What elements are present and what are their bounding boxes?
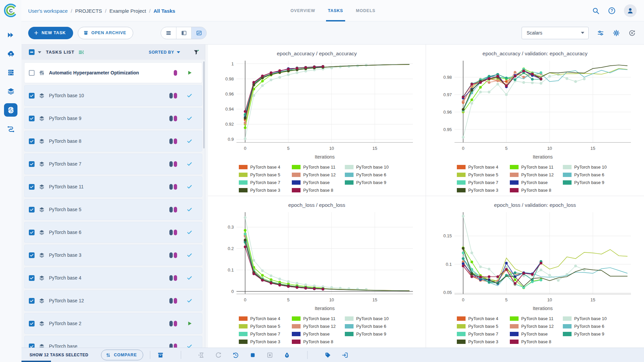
chart-plot-area[interactable]: 0.950.960.970.98051015Iterations <box>434 57 636 163</box>
legend-item[interactable]: PyTorch base 10 <box>563 163 616 171</box>
sidebar-item-datasets[interactable] <box>4 84 17 98</box>
legend-item[interactable]: PyTorch base 12 <box>510 171 563 178</box>
task-row[interactable]: PyTorch base 7 <box>24 154 202 174</box>
retry-action-button[interactable] <box>215 352 222 359</box>
task-row[interactable]: PyTorch base 5 <box>24 199 202 220</box>
metric-type-select[interactable]: Scalars <box>522 27 589 39</box>
legend-item[interactable]: PyTorch base 11 <box>510 163 563 171</box>
legend-item[interactable]: PyTorch base 3 <box>239 338 292 345</box>
legend-item[interactable]: PyTorch base 11 <box>510 315 563 322</box>
legend-item[interactable]: PyTorch base 3 <box>457 338 510 345</box>
chart-plot-area[interactable]: 0.90.920.940.960.981051015Iterations <box>216 57 418 163</box>
legend-item[interactable]: PyTorch base <box>292 330 345 338</box>
legend-item[interactable]: PyTorch base 11 <box>292 163 345 171</box>
chart-view-button[interactable] <box>191 27 206 39</box>
task-checkbox[interactable] <box>29 344 35 348</box>
task-row[interactable]: PyTorch base 12 <box>24 290 202 311</box>
legend-item[interactable]: PyTorch base 10 <box>345 315 398 322</box>
archive-action-button[interactable] <box>157 352 164 359</box>
legend-item[interactable]: PyTorch base 7 <box>239 179 292 186</box>
sorted-by-button[interactable]: SORTED BY <box>149 50 180 55</box>
task-checkbox[interactable] <box>29 275 35 281</box>
sidebar-item-getting-started[interactable] <box>4 28 17 42</box>
search-icon[interactable] <box>592 7 600 15</box>
legend-item[interactable]: PyTorch base 8 <box>292 186 345 194</box>
sidebar-item-applications[interactable] <box>4 47 17 60</box>
task-row[interactable]: PyTorch base 9 <box>24 108 202 129</box>
table-view-button[interactable] <box>161 27 176 39</box>
legend-item[interactable]: PyTorch base 4 <box>457 163 510 171</box>
legend-item[interactable]: PyTorch base 8 <box>510 338 563 345</box>
chart-plot-area[interactable]: 0.050.10.15051015Iterations <box>434 208 636 315</box>
task-row[interactable]: PyTorch base 4 <box>24 267 202 288</box>
breadcrumb-item[interactable]: All Tasks <box>154 8 175 14</box>
auto-refresh-icon[interactable] <box>628 29 636 37</box>
reset-action-button[interactable] <box>232 352 239 359</box>
chart-plot-area[interactable]: 00.10.20.3051015Iterations <box>216 208 418 315</box>
legend-item[interactable]: PyTorch base 4 <box>457 315 510 322</box>
legend-item[interactable]: PyTorch base <box>510 179 563 186</box>
task-row[interactable]: PyTorch base 6 <box>24 222 202 243</box>
publish-action-button[interactable] <box>283 352 290 359</box>
sidebar-item-projects[interactable] <box>4 103 17 117</box>
open-archive-button[interactable]: OPEN ARCHIVE <box>78 27 133 39</box>
chart-canvas[interactable]: 0.950.960.970.98051015Iterations <box>434 57 636 162</box>
legend-item[interactable]: PyTorch base 4 <box>239 315 292 322</box>
legend-item[interactable]: PyTorch base 10 <box>345 163 398 171</box>
split-view-button[interactable] <box>176 27 191 39</box>
task-checkbox[interactable] <box>29 321 35 326</box>
abort-all-children-action-button[interactable] <box>266 352 273 359</box>
tab-overview[interactable]: OVERVIEW <box>286 0 319 21</box>
tab-tasks[interactable]: TASKS <box>324 0 347 21</box>
legend-item[interactable]: PyTorch base <box>510 330 563 338</box>
task-row[interactable]: Automatic Hyperparameter Optimization <box>24 62 202 83</box>
legend-item[interactable]: PyTorch base 5 <box>457 322 510 330</box>
move-to-project-action-button[interactable] <box>341 352 348 359</box>
help-icon[interactable]: ? <box>608 7 616 15</box>
task-checkbox[interactable] <box>29 138 35 144</box>
legend-item[interactable]: PyTorch base <box>292 179 345 186</box>
legend-item[interactable]: PyTorch base 3 <box>239 186 292 194</box>
customize-columns-icon[interactable] <box>78 49 85 56</box>
tab-models[interactable]: MODELS <box>352 0 379 21</box>
legend-item[interactable]: PyTorch base 5 <box>239 171 292 178</box>
horizontal-scrollbar-thumb[interactable] <box>21 361 51 362</box>
breadcrumb-item[interactable]: User's workspace <box>28 8 68 14</box>
enqueue-action-button[interactable] <box>198 352 205 359</box>
legend-item[interactable]: PyTorch base 7 <box>457 330 510 338</box>
breadcrumb-item[interactable]: Example Project <box>109 8 146 14</box>
legend-item[interactable]: PyTorch base 5 <box>239 322 292 330</box>
legend-item[interactable]: PyTorch base 12 <box>510 322 563 330</box>
task-row[interactable]: PyTorch base <box>24 336 202 348</box>
select-all-checkbox[interactable] <box>29 49 35 55</box>
task-checkbox[interactable] <box>29 161 35 167</box>
sidebar-item-pipelines[interactable] <box>4 122 17 135</box>
legend-item[interactable]: PyTorch base 12 <box>292 171 345 178</box>
select-all-caret-icon[interactable] <box>38 51 41 53</box>
breadcrumb-item[interactable]: PROJECTS <box>75 8 102 14</box>
clearml-logo-icon[interactable]: C <box>4 3 18 17</box>
legend-item[interactable]: PyTorch base 11 <box>292 315 345 322</box>
legend-item[interactable]: PyTorch base 8 <box>510 186 563 194</box>
task-checkbox[interactable] <box>29 230 35 235</box>
legend-item[interactable]: PyTorch base 6 <box>345 171 398 178</box>
task-checkbox[interactable] <box>29 70 35 76</box>
legend-item[interactable]: PyTorch base 6 <box>563 171 616 178</box>
user-avatar[interactable] <box>624 4 637 17</box>
task-row[interactable]: PyTorch base 3 <box>24 245 202 265</box>
legend-item[interactable]: PyTorch base 10 <box>563 315 616 322</box>
task-row[interactable]: PyTorch base 11 <box>24 176 202 197</box>
task-checkbox[interactable] <box>29 207 35 213</box>
legend-item[interactable]: PyTorch base 7 <box>457 179 510 186</box>
task-checkbox[interactable] <box>29 184 35 190</box>
legend-item[interactable]: PyTorch base 4 <box>239 163 292 171</box>
legend-item[interactable]: PyTorch base 8 <box>292 338 345 345</box>
compare-button[interactable]: COMPARE <box>101 350 143 360</box>
graph-settings-icon[interactable] <box>597 29 604 37</box>
legend-item[interactable]: PyTorch base 5 <box>457 171 510 178</box>
legend-item[interactable]: PyTorch base 6 <box>563 322 616 330</box>
filter-icon[interactable] <box>193 49 200 56</box>
chart-canvas[interactable]: 00.10.20.3051015Iterations <box>216 208 418 313</box>
legend-item[interactable]: PyTorch base 9 <box>345 179 398 186</box>
task-row[interactable]: PyTorch base 10 <box>24 85 202 106</box>
